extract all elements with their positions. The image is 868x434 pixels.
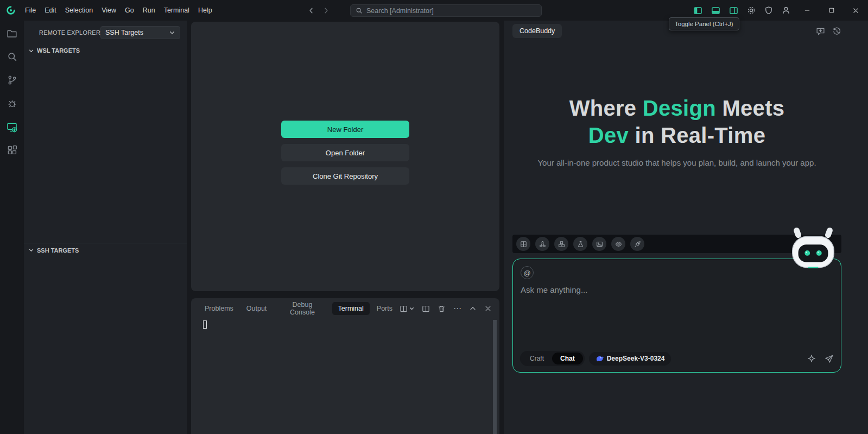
trash-icon [438,305,446,313]
clone-git-repository-button[interactable]: Clone Git Repository [281,167,409,185]
open-folder-button[interactable]: Open Folder [281,144,409,161]
search-input[interactable]: Search [Administrator] [350,4,542,17]
new-chat-icon [816,27,825,36]
codebuddy-panel: CodeBuddy Where Design Meets Dev in Real… [504,21,868,434]
menu-run[interactable]: Run [138,0,160,21]
chevron-down-icon [169,29,175,36]
menu-help[interactable]: Help [194,0,217,21]
activity-explorer[interactable] [0,22,24,45]
split-terminal-dropdown-button[interactable] [400,305,414,313]
tab-output[interactable]: Output [240,302,273,315]
tab-ports[interactable]: Ports [371,302,398,315]
enhance-button[interactable] [807,354,816,363]
dropdown-value: SSH Targets [105,29,143,36]
chevron-down-icon [409,306,414,311]
terminal-view[interactable] [191,319,499,434]
privacy-button[interactable] [760,0,777,21]
chevron-right-icon [322,7,330,15]
model-selector[interactable]: DeepSeek-V3-0324 [589,352,671,366]
section-label: WSL TARGETS [37,47,80,54]
menubar: File Edit Selection View Go Run Terminal… [21,0,217,21]
search-placeholder: Search [Administrator] [366,7,434,15]
history-button[interactable] [832,27,841,36]
activity-search[interactable] [0,45,24,68]
tab-codebuddy[interactable]: CodeBuddy [512,24,562,38]
wsl-targets-list [24,58,187,243]
send-icon [825,354,834,363]
terminal-scrollbar[interactable] [493,320,497,434]
tool-button-1[interactable] [516,237,530,251]
tab-problems[interactable]: Problems [199,302,239,315]
activity-extensions[interactable] [0,139,24,162]
close-panel-button[interactable] [484,305,492,312]
tab-terminal[interactable]: Terminal [332,302,370,315]
welcome-actions: New Folder Open Folder Clone Git Reposit… [281,121,409,185]
extensions-icon [7,145,17,155]
history-icon [832,27,841,36]
tool-button-7[interactable] [630,237,644,251]
menu-view[interactable]: View [97,0,121,21]
remote-explorer-sidebar: REMOTE EXPLORER SSH Targets WSL TARGETS … [24,21,187,434]
activity-debug[interactable] [0,92,24,115]
mode-chat[interactable]: Chat [552,353,583,364]
split-terminal-icon [400,305,408,313]
grid-icon [520,241,527,248]
model-name: DeepSeek-V3-0324 [607,355,665,362]
settings-button[interactable] [743,0,760,21]
gear-icon [747,6,756,15]
kill-terminal-button[interactable] [438,305,446,313]
tab-debug-console[interactable]: Debug Console [274,298,331,319]
back-button[interactable] [307,7,315,15]
tool-button-4[interactable] [573,237,587,251]
mode-craft[interactable]: Craft [522,353,552,364]
activity-remote-explorer[interactable] [0,115,24,139]
more-actions-button[interactable]: ⋯ [453,304,461,313]
menu-file[interactable]: File [21,0,40,21]
toggle-panel-tooltip: Toggle Panel (Ctrl+J) [669,17,739,30]
close-icon [852,7,859,14]
git-branch-icon [7,75,17,85]
menu-selection[interactable]: Selection [61,0,97,21]
editor-welcome-area: New Folder Open Folder Clone Git Reposit… [191,22,499,291]
forward-button[interactable] [322,7,330,15]
new-folder-button[interactable]: New Folder [281,121,409,138]
activity-bar [0,21,24,434]
close-button[interactable] [844,0,868,21]
eye-icon [615,241,622,248]
section-wsl-targets[interactable]: WSL TARGETS [24,43,187,58]
mention-button[interactable]: @ [521,266,534,279]
blocks-icon [558,241,565,248]
ellipsis-icon: ⋯ [453,304,461,313]
split-panel-button[interactable] [422,305,430,313]
section-ssh-targets[interactable]: SSH TARGETS [24,243,187,257]
menu-terminal[interactable]: Terminal [160,0,194,21]
menu-edit[interactable]: Edit [40,0,61,21]
send-button[interactable] [825,354,834,363]
app-logo-icon [7,6,15,15]
panel-tab-bar: Problems Output Debug Console Terminal P… [191,298,499,319]
search-icon [356,7,363,14]
flask-icon [577,241,584,248]
activity-source-control[interactable] [0,68,24,92]
sidebar-title: REMOTE EXPLORER [39,29,100,36]
chat-input-placeholder: Ask me anything... [521,285,833,294]
minimize-button[interactable] [795,0,819,21]
image-icon [596,241,603,248]
menu-go[interactable]: Go [121,0,138,21]
maximize-button[interactable] [819,0,844,21]
robot-mascot [787,225,840,278]
ssh-targets-dropdown[interactable]: SSH Targets [100,26,180,39]
tool-button-5[interactable] [592,237,606,251]
new-chat-button[interactable] [816,27,825,36]
nodes-icon [539,241,546,248]
shield-icon [764,6,773,15]
account-button[interactable] [777,0,795,21]
debug-icon [7,98,17,109]
remote-explorer-icon [7,122,17,133]
maximize-panel-button[interactable] [469,305,477,312]
hero-subtitle: Your all-in-one product studio that help… [512,158,841,167]
tool-button-3[interactable] [554,237,568,251]
tool-button-6[interactable] [611,237,625,251]
section-label: SSH TARGETS [37,247,79,254]
tool-button-2[interactable] [535,237,549,251]
